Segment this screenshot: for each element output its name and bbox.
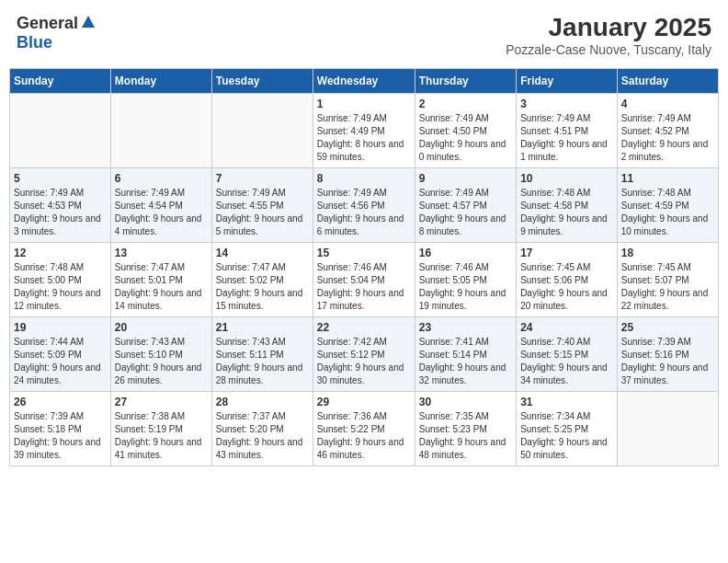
calendar-day-cell: 24Sunrise: 7:40 AMSunset: 5:15 PMDayligh… xyxy=(517,317,618,392)
day-info: Sunrise: 7:44 AMSunset: 5:09 PMDaylight:… xyxy=(14,336,107,387)
calendar-day-cell: 4Sunrise: 7:49 AMSunset: 4:52 PMDaylight… xyxy=(617,94,718,168)
calendar-day-cell: 21Sunrise: 7:43 AMSunset: 5:11 PMDayligh… xyxy=(211,317,313,392)
location-title: Pozzale-Case Nuove, Tuscany, Italy xyxy=(506,42,711,57)
day-info: Sunrise: 7:49 AMSunset: 4:49 PMDaylight:… xyxy=(317,112,411,164)
day-number: 26 xyxy=(14,396,107,408)
logo-icon xyxy=(81,15,96,33)
calendar-day-cell: 30Sunrise: 7:35 AMSunset: 5:23 PMDayligh… xyxy=(415,392,516,466)
calendar-day-cell: 31Sunrise: 7:34 AMSunset: 5:25 PMDayligh… xyxy=(517,392,618,466)
day-info: Sunrise: 7:49 AMSunset: 4:52 PMDaylight:… xyxy=(621,112,714,164)
day-info: Sunrise: 7:45 AMSunset: 5:07 PMDaylight:… xyxy=(621,261,714,313)
calendar-day-cell xyxy=(617,392,718,466)
month-title: January 2025 xyxy=(506,13,711,42)
day-number: 10 xyxy=(520,172,613,185)
day-info: Sunrise: 7:48 AMSunset: 4:59 PMDaylight:… xyxy=(621,187,714,238)
day-info: Sunrise: 7:49 AMSunset: 4:53 PMDaylight:… xyxy=(14,187,107,238)
weekday-header-row: SundayMondayTuesdayWednesdayThursdayFrid… xyxy=(10,69,719,94)
calendar-day-cell: 18Sunrise: 7:45 AMSunset: 5:07 PMDayligh… xyxy=(617,243,718,317)
day-info: Sunrise: 7:48 AMSunset: 4:58 PMDaylight:… xyxy=(520,187,613,238)
calendar-week-row: 5Sunrise: 7:49 AMSunset: 4:53 PMDaylight… xyxy=(10,168,719,243)
day-info: Sunrise: 7:45 AMSunset: 5:06 PMDaylight:… xyxy=(520,261,613,313)
calendar-table: SundayMondayTuesdayWednesdayThursdayFrid… xyxy=(9,68,719,466)
calendar-day-cell: 5Sunrise: 7:49 AMSunset: 4:53 PMDaylight… xyxy=(10,168,111,243)
calendar-day-cell: 3Sunrise: 7:49 AMSunset: 4:51 PMDaylight… xyxy=(517,94,618,168)
calendar-day-cell: 25Sunrise: 7:39 AMSunset: 5:16 PMDayligh… xyxy=(617,317,718,392)
day-number: 1 xyxy=(317,98,411,110)
title-section: January 2025 Pozzale-Case Nuove, Tuscany… xyxy=(506,13,711,57)
calendar-day-cell: 17Sunrise: 7:45 AMSunset: 5:06 PMDayligh… xyxy=(517,243,618,317)
calendar-day-cell: 14Sunrise: 7:47 AMSunset: 5:02 PMDayligh… xyxy=(211,243,313,317)
day-number: 22 xyxy=(317,321,411,334)
day-number: 5 xyxy=(14,172,107,185)
day-info: Sunrise: 7:40 AMSunset: 5:15 PMDaylight:… xyxy=(520,336,613,387)
day-info: Sunrise: 7:47 AMSunset: 5:01 PMDaylight:… xyxy=(115,261,208,313)
day-number: 17 xyxy=(520,247,613,259)
calendar-week-row: 1Sunrise: 7:49 AMSunset: 4:49 PMDaylight… xyxy=(10,94,719,168)
day-info: Sunrise: 7:42 AMSunset: 5:12 PMDaylight:… xyxy=(317,336,411,387)
day-number: 7 xyxy=(216,172,309,185)
calendar-day-cell: 9Sunrise: 7:49 AMSunset: 4:57 PMDaylight… xyxy=(415,168,516,243)
calendar-day-cell: 1Sunrise: 7:49 AMSunset: 4:49 PMDaylight… xyxy=(313,94,415,168)
day-info: Sunrise: 7:46 AMSunset: 5:04 PMDaylight:… xyxy=(317,261,411,313)
calendar-day-cell: 12Sunrise: 7:48 AMSunset: 5:00 PMDayligh… xyxy=(10,243,111,317)
day-number: 2 xyxy=(419,98,512,110)
weekday-header-wednesday: Wednesday xyxy=(313,69,415,94)
day-number: 3 xyxy=(520,98,613,110)
day-number: 16 xyxy=(419,247,512,259)
day-info: Sunrise: 7:41 AMSunset: 5:14 PMDaylight:… xyxy=(419,336,512,387)
day-number: 29 xyxy=(317,396,411,408)
calendar-day-cell: 10Sunrise: 7:48 AMSunset: 4:58 PMDayligh… xyxy=(517,168,618,243)
calendar-day-cell: 26Sunrise: 7:39 AMSunset: 5:18 PMDayligh… xyxy=(10,392,111,466)
calendar-day-cell: 2Sunrise: 7:49 AMSunset: 4:50 PMDaylight… xyxy=(415,94,516,168)
logo-general-text: General xyxy=(17,14,78,33)
calendar-week-row: 12Sunrise: 7:48 AMSunset: 5:00 PMDayligh… xyxy=(10,243,719,317)
calendar-day-cell: 29Sunrise: 7:36 AMSunset: 5:22 PMDayligh… xyxy=(313,392,415,466)
day-number: 11 xyxy=(621,172,714,185)
weekday-header-saturday: Saturday xyxy=(617,69,718,94)
calendar-day-cell: 16Sunrise: 7:46 AMSunset: 5:05 PMDayligh… xyxy=(415,243,516,317)
logo-blue-text: Blue xyxy=(17,33,52,52)
day-number: 12 xyxy=(14,247,107,259)
day-info: Sunrise: 7:38 AMSunset: 5:19 PMDaylight:… xyxy=(115,410,208,462)
day-info: Sunrise: 7:34 AMSunset: 5:25 PMDaylight:… xyxy=(520,410,613,462)
calendar-day-cell: 8Sunrise: 7:49 AMSunset: 4:56 PMDaylight… xyxy=(313,168,415,243)
day-info: Sunrise: 7:39 AMSunset: 5:18 PMDaylight:… xyxy=(14,410,107,462)
day-number: 21 xyxy=(216,321,309,334)
day-info: Sunrise: 7:49 AMSunset: 4:51 PMDaylight:… xyxy=(520,112,613,164)
logo: General Blue xyxy=(17,13,96,52)
day-info: Sunrise: 7:43 AMSunset: 5:11 PMDaylight:… xyxy=(216,336,309,387)
day-number: 23 xyxy=(419,321,512,334)
weekday-header-sunday: Sunday xyxy=(10,69,111,94)
day-number: 6 xyxy=(115,172,208,185)
calendar-day-cell: 13Sunrise: 7:47 AMSunset: 5:01 PMDayligh… xyxy=(110,243,211,317)
calendar-day-cell xyxy=(110,94,211,168)
day-number: 24 xyxy=(520,321,613,334)
weekday-header-monday: Monday xyxy=(110,69,211,94)
day-info: Sunrise: 7:46 AMSunset: 5:05 PMDaylight:… xyxy=(419,261,512,313)
calendar-day-cell: 19Sunrise: 7:44 AMSunset: 5:09 PMDayligh… xyxy=(10,317,111,392)
page-header: General Blue January 2025 Pozzale-Case N… xyxy=(9,9,719,61)
day-info: Sunrise: 7:37 AMSunset: 5:20 PMDaylight:… xyxy=(216,410,309,462)
calendar-day-cell: 11Sunrise: 7:48 AMSunset: 4:59 PMDayligh… xyxy=(617,168,718,243)
day-number: 31 xyxy=(520,396,613,408)
day-number: 4 xyxy=(621,98,714,110)
calendar-week-row: 26Sunrise: 7:39 AMSunset: 5:18 PMDayligh… xyxy=(10,392,719,466)
day-number: 20 xyxy=(115,321,208,334)
day-number: 19 xyxy=(14,321,107,334)
calendar-day-cell: 6Sunrise: 7:49 AMSunset: 4:54 PMDaylight… xyxy=(110,168,211,243)
weekday-header-tuesday: Tuesday xyxy=(211,69,313,94)
day-number: 30 xyxy=(419,396,512,408)
day-info: Sunrise: 7:49 AMSunset: 4:57 PMDaylight:… xyxy=(419,187,512,238)
day-info: Sunrise: 7:36 AMSunset: 5:22 PMDaylight:… xyxy=(317,410,411,462)
calendar-day-cell: 23Sunrise: 7:41 AMSunset: 5:14 PMDayligh… xyxy=(415,317,516,392)
calendar-day-cell: 28Sunrise: 7:37 AMSunset: 5:20 PMDayligh… xyxy=(211,392,313,466)
day-number: 9 xyxy=(419,172,512,185)
day-number: 18 xyxy=(621,247,714,259)
calendar-day-cell: 15Sunrise: 7:46 AMSunset: 5:04 PMDayligh… xyxy=(313,243,415,317)
calendar-day-cell: 7Sunrise: 7:49 AMSunset: 4:55 PMDaylight… xyxy=(211,168,313,243)
day-number: 14 xyxy=(216,247,309,259)
day-info: Sunrise: 7:49 AMSunset: 4:56 PMDaylight:… xyxy=(317,187,411,238)
day-number: 28 xyxy=(216,396,309,408)
calendar-day-cell: 22Sunrise: 7:42 AMSunset: 5:12 PMDayligh… xyxy=(313,317,415,392)
day-number: 8 xyxy=(317,172,411,185)
